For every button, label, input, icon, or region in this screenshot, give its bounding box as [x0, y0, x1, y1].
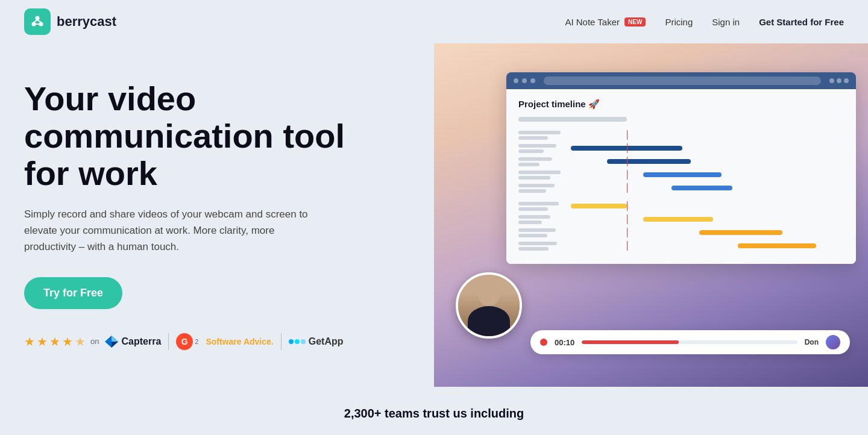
- svg-line-4: [37, 20, 41, 22]
- webcam-circle: [456, 272, 522, 339]
- hero-subtitle: Simply record and share videos of your w…: [24, 206, 313, 255]
- person-silhouette: [458, 275, 520, 336]
- logo[interactable]: berrycast: [24, 8, 116, 35]
- browser-content: Project timeline 🚀: [506, 89, 856, 264]
- browser-actions: [829, 78, 849, 83]
- gantt-bar-blue-2: [607, 159, 691, 164]
- gantt-row-7: [518, 214, 844, 224]
- dot-2: [295, 339, 300, 344]
- bottom-section: 2,300+ teams trust us including: [0, 387, 868, 435]
- gantt-row-9: [518, 241, 844, 251]
- ratings-row: ★ ★ ★ ★ ★ on Capterra G 2: [24, 333, 398, 350]
- person-body: [468, 306, 510, 336]
- nav-ai-note-taker[interactable]: AI Note Taker NEW: [565, 17, 646, 27]
- star-3: ★: [49, 334, 60, 349]
- browser-bar: [506, 72, 856, 89]
- dot-3: [301, 339, 306, 344]
- gantt-bar-blue-4: [671, 186, 733, 190]
- hero-title: Your video communication tool for work: [24, 80, 398, 192]
- recording-btn-label: Don: [805, 338, 819, 346]
- browser-mockup: Project timeline 🚀: [506, 72, 856, 264]
- hero-section: Your video communication tool for work S…: [0, 43, 868, 387]
- logo-icon: [24, 8, 51, 35]
- capterra-logo: Capterra: [105, 336, 161, 348]
- on-text: on: [90, 337, 99, 346]
- teams-trust-text: 2,300+ teams trust us including: [335, 397, 533, 430]
- project-title: Project timeline 🚀: [518, 99, 844, 110]
- browser-dot-2: [522, 78, 527, 83]
- divider-1: [168, 333, 169, 350]
- gantt-row-5: [518, 183, 844, 193]
- star-2: ★: [37, 334, 48, 349]
- browser-dot-3: [530, 78, 535, 83]
- logo-text: berrycast: [57, 14, 116, 30]
- getapp-logo: GetApp: [289, 336, 344, 347]
- record-indicator: [540, 339, 547, 346]
- g2-text: 2: [195, 338, 198, 345]
- capterra-icon: [105, 336, 118, 348]
- nav-pricing[interactable]: Pricing: [665, 17, 693, 27]
- gantt-row-4: [518, 170, 844, 180]
- gantt-bar-yellow-1: [571, 204, 626, 208]
- gantt-bar-orange-2: [738, 243, 816, 248]
- browser-dot-1: [514, 78, 518, 83]
- nav-links: AI Note Taker NEW Pricing Sign in Get St…: [565, 17, 844, 27]
- getapp-dots-icon: [289, 339, 306, 344]
- star-5-half: ★: [75, 334, 86, 349]
- recording-progress-fill: [582, 340, 679, 344]
- nav-sign-in[interactable]: Sign in: [712, 17, 740, 27]
- software-advice-logo: Software Advice.: [206, 337, 273, 346]
- gantt-bar-yellow-2: [643, 217, 713, 222]
- star-1: ★: [24, 334, 35, 349]
- svg-marker-8: [112, 342, 118, 348]
- hero-right-image: Project timeline 🚀: [434, 43, 868, 387]
- gantt-row-2: [518, 143, 844, 153]
- gantt-row-1: [518, 130, 844, 140]
- gantt-vline: [627, 130, 627, 140]
- nav-get-started-button[interactable]: Get Started for Free: [759, 17, 844, 27]
- gantt-row-3: [518, 157, 844, 166]
- logo-svg: [30, 14, 45, 30]
- try-free-button[interactable]: Try for Free: [24, 277, 122, 309]
- gantt-bar-orange-1: [699, 230, 783, 235]
- svg-point-0: [36, 16, 40, 20]
- person-head: [478, 284, 500, 306]
- recording-controls: 00:10 Don: [530, 330, 850, 354]
- star-4: ★: [62, 334, 73, 349]
- browser-url-bar: [544, 77, 821, 85]
- g2-logo: G: [176, 333, 193, 350]
- hero-left: Your video communication tool for work S…: [24, 43, 434, 387]
- gantt-header-bar: [518, 117, 627, 122]
- navbar: berrycast AI Note Taker NEW Pricing Sign…: [0, 0, 868, 43]
- recording-avatar: [826, 335, 840, 349]
- recording-progress-bar: [582, 340, 797, 344]
- gantt-row-6: [518, 201, 844, 211]
- new-badge: NEW: [624, 17, 646, 27]
- svg-line-3: [34, 20, 37, 22]
- divider-2: [281, 333, 281, 350]
- star-rating: ★ ★ ★ ★ ★: [24, 334, 86, 349]
- gantt-row-8: [518, 228, 844, 237]
- dot-1: [289, 339, 294, 344]
- gantt-bar-blue-3: [643, 172, 721, 177]
- record-timer: 00:10: [555, 338, 574, 347]
